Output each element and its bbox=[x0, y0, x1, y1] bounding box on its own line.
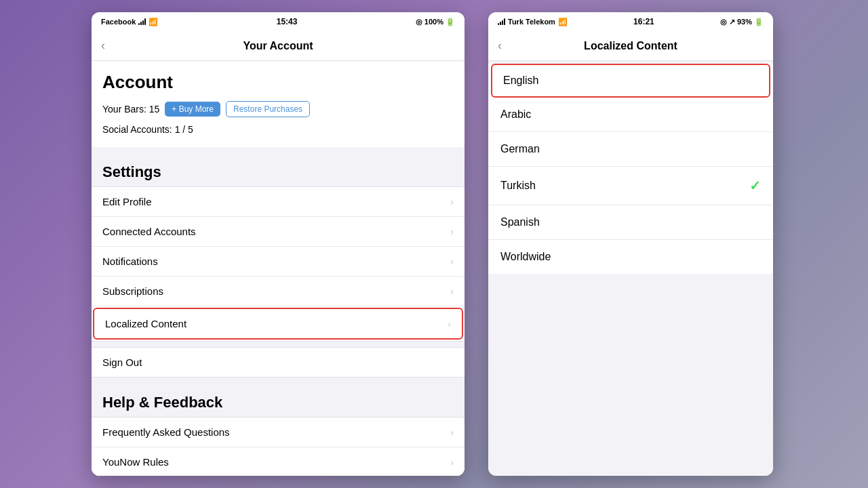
notifications-item[interactable]: Notifications › bbox=[92, 247, 465, 277]
right-nav-title: Localized Content bbox=[584, 40, 677, 52]
social-accounts-row: Social Accounts: 1 / 5 bbox=[102, 124, 454, 142]
battery-label: 93% bbox=[737, 18, 752, 26]
account-header: Account Your Bars: 15 + Buy More Restore… bbox=[92, 61, 465, 147]
left-status-bar: Facebook 📶 15:43 ◎ 100% 🔋 bbox=[92, 12, 465, 31]
localized-content-item[interactable]: Localized Content › bbox=[93, 308, 463, 340]
connected-accounts-label: Connected Accounts bbox=[102, 226, 196, 237]
arrow-icon: ↗ bbox=[729, 18, 735, 26]
right-back-button[interactable]: ‹ bbox=[498, 39, 502, 53]
edit-profile-label: Edit Profile bbox=[102, 196, 152, 207]
language-worldwide-item[interactable]: Worldwide bbox=[488, 240, 773, 274]
faq-label: Frequently Asked Questions bbox=[102, 426, 230, 438]
settings-title: Settings bbox=[92, 152, 465, 186]
sign-out-group: Sign Out bbox=[92, 347, 465, 378]
chevron-icon: › bbox=[450, 457, 454, 468]
arabic-label: Arabic bbox=[500, 108, 531, 121]
left-phone-panel: Facebook 📶 15:43 ◎ 100% 🔋 ‹ Your Account… bbox=[92, 12, 465, 476]
left-status-left: Facebook 📶 bbox=[101, 18, 158, 26]
wifi-icon: 📶 bbox=[558, 18, 568, 26]
turkish-label: Turkish bbox=[500, 180, 536, 192]
gps-icon: ◎ bbox=[416, 18, 422, 26]
right-content: English Arabic German Turkish ✓ Spanish … bbox=[488, 61, 773, 476]
signal-icon bbox=[138, 18, 146, 25]
help-title: Help & Feedback bbox=[92, 383, 465, 417]
right-status-bar: Turk Telekom 📶 16:21 ◎ ↗ 93% 🔋 bbox=[488, 12, 773, 31]
right-status-right: ◎ ↗ 93% 🔋 bbox=[720, 18, 764, 26]
language-english-item[interactable]: English bbox=[491, 64, 770, 98]
language-german-item[interactable]: German bbox=[488, 132, 773, 167]
right-status-left: Turk Telekom 📶 bbox=[498, 18, 568, 26]
spacer-3 bbox=[92, 378, 465, 383]
worldwide-label: Worldwide bbox=[500, 251, 551, 263]
battery-label: 100% bbox=[425, 18, 443, 26]
german-label: German bbox=[500, 143, 540, 155]
subscriptions-item[interactable]: Subscriptions › bbox=[92, 277, 465, 306]
check-icon: ✓ bbox=[749, 178, 761, 194]
faq-item[interactable]: Frequently Asked Questions › bbox=[92, 418, 465, 447]
bars-row: Your Bars: 15 + Buy More Restore Purchas… bbox=[102, 101, 454, 117]
english-label: English bbox=[503, 75, 538, 87]
account-title: Account bbox=[102, 72, 454, 93]
sign-out-label: Sign Out bbox=[102, 357, 142, 368]
battery-icon: 🔋 bbox=[754, 18, 764, 26]
help-list: Frequently Asked Questions › YouNow Rule… bbox=[92, 417, 465, 476]
language-turkish-item[interactable]: Turkish ✓ bbox=[488, 167, 773, 205]
language-spanish-item[interactable]: Spanish bbox=[488, 205, 773, 240]
buy-more-button[interactable]: + Buy More bbox=[165, 102, 220, 117]
settings-list: Edit Profile › Connected Accounts › Noti… bbox=[92, 186, 465, 342]
localized-content-label: Localized Content bbox=[105, 318, 186, 329]
right-nav-bar: ‹ Localized Content bbox=[488, 31, 773, 61]
sign-out-item[interactable]: Sign Out bbox=[92, 348, 465, 377]
left-nav-bar: ‹ Your Account bbox=[92, 31, 465, 61]
connected-accounts-item[interactable]: Connected Accounts › bbox=[92, 217, 465, 247]
restore-purchases-button[interactable]: Restore Purchases bbox=[226, 101, 310, 117]
chevron-icon: › bbox=[450, 256, 454, 267]
younow-rules-item[interactable]: YouNow Rules › bbox=[92, 447, 465, 476]
right-phone-panel: Turk Telekom 📶 16:21 ◎ ↗ 93% 🔋 ‹ Localiz… bbox=[488, 12, 773, 476]
edit-profile-item[interactable]: Edit Profile › bbox=[92, 187, 465, 217]
left-back-button[interactable]: ‹ bbox=[101, 39, 105, 53]
younow-rules-label: YouNow Rules bbox=[102, 456, 169, 468]
chevron-icon: › bbox=[450, 286, 454, 297]
bars-label: Your Bars: 15 bbox=[102, 104, 159, 115]
spacer-1 bbox=[92, 147, 465, 152]
right-time: 16:21 bbox=[633, 17, 654, 26]
left-content: Account Your Bars: 15 + Buy More Restore… bbox=[92, 61, 465, 476]
facebook-label: Facebook bbox=[101, 18, 136, 26]
notifications-label: Notifications bbox=[102, 256, 158, 267]
wifi-icon: 📶 bbox=[149, 18, 158, 26]
left-time: 15:43 bbox=[277, 17, 298, 26]
subscriptions-label: Subscriptions bbox=[102, 285, 163, 297]
chevron-icon: › bbox=[450, 226, 454, 237]
chevron-icon: › bbox=[450, 197, 454, 207]
spanish-label: Spanish bbox=[500, 216, 540, 228]
left-status-right: ◎ 100% 🔋 bbox=[416, 18, 455, 26]
signal-icon bbox=[498, 18, 505, 25]
chevron-icon: › bbox=[448, 319, 451, 329]
carrier-label: Turk Telekom bbox=[508, 18, 555, 26]
language-arabic-item[interactable]: Arabic bbox=[488, 98, 773, 132]
spacer-2 bbox=[92, 342, 465, 347]
left-nav-title: Your Account bbox=[243, 40, 313, 52]
language-list: English Arabic German Turkish ✓ Spanish … bbox=[488, 64, 773, 274]
gps-icon: ◎ bbox=[720, 18, 727, 26]
chevron-icon: › bbox=[450, 427, 454, 438]
battery-icon: 🔋 bbox=[446, 18, 455, 26]
